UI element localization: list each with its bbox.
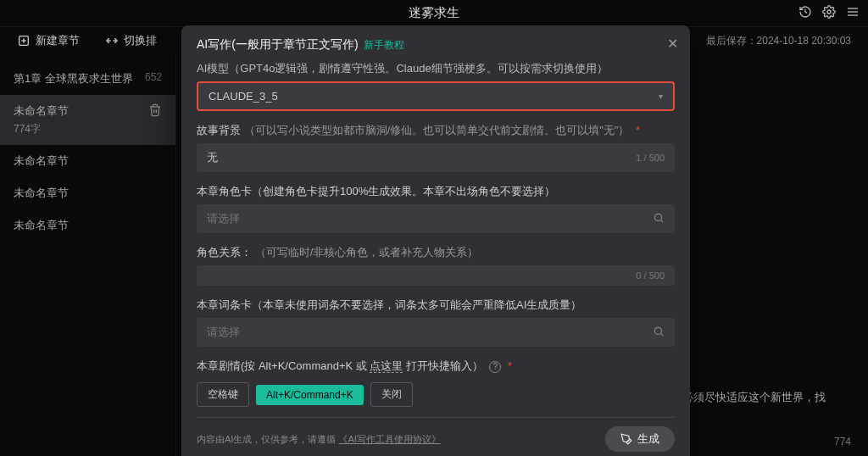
chapter-title: 未命名章节 (14, 218, 69, 233)
chevron-down-icon: ▾ (659, 92, 663, 101)
chapter-title: 未命名章节 (14, 103, 69, 119)
modal-title: AI写作(一般用于章节正文写作) (197, 37, 359, 53)
plot-label: 本章剧情(按 Alt+K/Command+K 或 (197, 359, 367, 372)
role-placeholder: 请选择 (207, 211, 240, 226)
required-mark: * (508, 359, 512, 372)
new-chapter-button[interactable]: 新建章节 (17, 33, 80, 48)
term-select[interactable]: 请选择 (197, 318, 675, 347)
generate-button[interactable]: 生成 (605, 426, 675, 452)
generate-label: 生成 (637, 431, 659, 447)
model-label: AI模型（GPT4o逻辑强，剧情遵守性强。Claude细节强梗多。可以按需求切换… (197, 61, 675, 76)
chapter-title: 第1章 全球黑夜求生世界 (14, 71, 133, 86)
plot-link[interactable]: 点这里 (370, 359, 403, 373)
role-select[interactable]: 请选择 (197, 204, 675, 233)
chapter-item[interactable]: 未命名章节 (0, 177, 175, 209)
gear-icon[interactable] (822, 5, 836, 21)
required-mark: * (636, 124, 640, 136)
svg-point-11 (654, 327, 661, 334)
page-title: 迷雾求生 (409, 5, 459, 21)
menu-icon[interactable] (846, 5, 860, 21)
chapter-title: 未命名章节 (14, 186, 69, 201)
bg-counter: 1 / 500 (636, 153, 665, 163)
search-icon (653, 212, 665, 226)
content-hint-tail: 也必须尽快适应这个新世界，找 (671, 390, 826, 405)
chapter-item[interactable]: 未命名章节 (0, 209, 175, 242)
svg-point-0 (827, 10, 831, 14)
help-icon[interactable]: ? (489, 361, 501, 373)
footer-note: 内容由AI生成，仅供参考，请遵循 《AI写作工具使用协议》 (197, 433, 441, 446)
tutorial-link[interactable]: 新手教程 (364, 38, 404, 53)
role-label: 本章角色卡（创建角色卡提升100%生成效果。本章不出场角色不要选择） (197, 184, 675, 199)
policy-link[interactable]: 《AI写作工具使用协议》 (338, 434, 440, 444)
svg-line-10 (661, 220, 664, 222)
term-placeholder: 请选择 (207, 325, 240, 340)
chapter-item[interactable]: 未命名章节 774字 (0, 95, 175, 145)
switch-order-label: 切换排 (124, 33, 157, 48)
bg-label: 故事背景 (197, 124, 241, 136)
model-select[interactable]: CLAUDE_3_5 ▾ (197, 81, 675, 111)
bg-input[interactable]: 无 1 / 500 (197, 143, 675, 172)
chapter-item[interactable]: 未命名章节 (0, 145, 175, 177)
bg-hint: （可以写小说类型如都市脑洞/修仙。也可以简单交代前文剧情。也可以填"无"） (244, 124, 630, 136)
chapter-title: 未命名章节 (14, 153, 69, 169)
bg-value: 无 (207, 150, 218, 165)
chapter-wordcount: 774字 (14, 122, 69, 136)
close-button[interactable]: 关闭 (370, 382, 413, 407)
svg-line-12 (661, 333, 664, 336)
chapter-item[interactable]: 第1章 全球黑夜求生世界 652 (0, 63, 175, 95)
chapter-count: 652 (145, 71, 162, 83)
new-chapter-label: 新建章节 (36, 33, 80, 48)
chapter-sidebar: 第1章 全球黑夜求生世界 652 未命名章节 774字 未命名章节 未命名章节 … (0, 54, 176, 456)
rel-counter: 0 / 500 (636, 270, 665, 281)
shortcut-button[interactable]: Alt+K/Command+K (256, 385, 364, 405)
ai-write-modal: AI写作(一般用于章节正文写作) 新手教程 ✕ AI模型（GPT4o逻辑强，剧情… (181, 25, 690, 456)
switch-order-button[interactable]: 切换排 (105, 33, 157, 48)
rel-hint: （可写临时/非核心角色，或者补充人物关系） (255, 246, 479, 259)
last-save-time: 最后保存：2024-10-18 20:30:03 (706, 34, 851, 48)
content-wordcount: 774 (834, 436, 851, 448)
svg-point-9 (654, 214, 661, 220)
history-icon[interactable] (798, 5, 812, 21)
close-icon[interactable]: ✕ (667, 36, 678, 52)
rel-input[interactable]: 0 / 500 (197, 265, 675, 286)
rel-label: 角色关系： (197, 246, 252, 259)
trash-icon[interactable] (148, 103, 162, 120)
space-key-button[interactable]: 空格键 (197, 382, 249, 407)
model-value: CLAUDE_3_5 (209, 90, 278, 103)
term-label: 本章词条卡（本章未使用词条不要选择，词条太多可能会严重降低AI生成质量） (197, 298, 675, 313)
search-icon (653, 325, 665, 340)
plot-tail: 打开快捷输入） (406, 359, 483, 372)
